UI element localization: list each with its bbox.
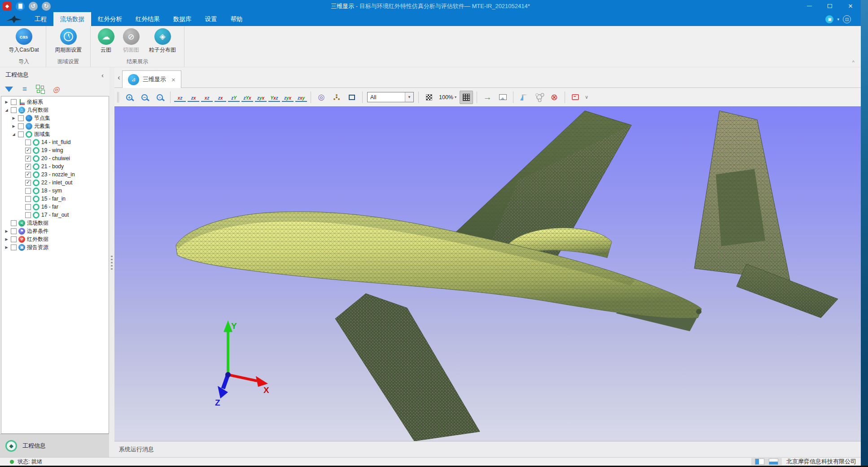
menu-item-3[interactable]: 红外分析	[91, 12, 129, 26]
tree-checkbox[interactable]	[25, 180, 31, 186]
tree-row[interactable]: 20 - chuiwei	[1, 154, 109, 162]
tree-row[interactable]: ≺流场数据	[1, 219, 109, 227]
tree-row[interactable]: ▶坐标系	[1, 98, 109, 106]
sidebar-footer[interactable]: ◆ 工程信息	[0, 434, 109, 457]
list-icon[interactable]: ≡	[20, 85, 29, 93]
tree-expander-icon[interactable]: ▶	[11, 124, 16, 128]
tree-checkbox[interactable]	[25, 212, 31, 218]
ribbon-button-cas[interactable]: cas导入Cas/Dat	[4, 28, 43, 54]
tree-checkbox[interactable]	[25, 204, 31, 210]
tree-checkbox[interactable]	[11, 220, 17, 226]
menu-item-5[interactable]: 数据库	[167, 12, 198, 26]
tree-expander-icon[interactable]: ▶	[4, 100, 9, 104]
redo-icon[interactable]: ↻	[42, 2, 51, 11]
tree-row[interactable]: 16 - far	[1, 203, 109, 211]
tree-expander-icon[interactable]: ◢	[4, 108, 9, 112]
ribbon-button-particle[interactable]: ◈粒子分布图	[144, 28, 181, 54]
zoom-level-control[interactable]: 100%▾	[438, 94, 458, 100]
tree-checkbox[interactable]	[25, 172, 31, 178]
view-bottom-button[interactable]: zYx	[241, 93, 253, 102]
snapshot-image-button[interactable]	[496, 91, 509, 104]
view-back-button[interactable]: zx	[188, 93, 199, 102]
tree-row[interactable]: 23 - nozzle_in	[1, 170, 109, 179]
tree-checkbox[interactable]	[25, 188, 31, 194]
sidebar-splitter[interactable]	[109, 67, 114, 457]
menu-item-7[interactable]: 帮助	[224, 12, 250, 26]
ribbon-button-clock[interactable]: 周期面设置	[49, 28, 88, 54]
export-arrow-button[interactable]: →	[481, 91, 494, 104]
system-message-bar[interactable]: 系统运行消息	[114, 441, 861, 457]
maximize-button[interactable]	[820, 0, 840, 12]
view-right-button[interactable]: zx	[215, 93, 226, 102]
minimize-button[interactable]	[799, 0, 820, 12]
view-iso2-button[interactable]: Yxz	[268, 93, 280, 102]
tree-expander-icon[interactable]: ▶	[4, 245, 9, 249]
menu-item-6[interactable]: 设置	[198, 12, 224, 26]
view-left-button[interactable]: xz	[201, 93, 213, 102]
view-iso3-button[interactable]: zyx	[282, 93, 294, 102]
mesh-grid-button[interactable]	[460, 91, 473, 104]
zoom-out-button[interactable]: −	[138, 91, 151, 104]
tree-row[interactable]: ◢面域集	[1, 130, 109, 138]
tree-expander-icon[interactable]: ▶	[11, 116, 16, 120]
tree-checkbox[interactable]	[11, 236, 17, 242]
dropdown-caret-icon[interactable]: ▾	[837, 17, 839, 22]
tree-row[interactable]: ▶⚑边界条件	[1, 227, 109, 235]
theme-icon[interactable]: ▣	[825, 15, 833, 23]
menu-item-1[interactable]: 工程	[28, 12, 53, 26]
mirror-flip-button[interactable]	[517, 91, 530, 104]
tree-row[interactable]: ▶⋯节点集	[1, 114, 109, 122]
panel-split-bottom-icon[interactable]	[769, 458, 778, 465]
app-icon[interactable]: ◆	[3, 2, 12, 11]
filter-icon[interactable]	[4, 85, 13, 93]
tree-checkbox[interactable]	[18, 131, 24, 137]
tab-scroll-left-icon[interactable]: ‹	[116, 74, 122, 82]
menu-item-2[interactable]: 流场数据	[53, 12, 91, 26]
panel-split-left-icon[interactable]	[755, 458, 764, 465]
tree-row[interactable]: ▶☢红外数据	[1, 235, 109, 243]
tree-expander-icon[interactable]: ◢	[11, 132, 16, 136]
tree-checkbox[interactable]	[18, 123, 24, 129]
tree-row[interactable]: ▶◌元素集	[1, 122, 109, 130]
tree-checkbox[interactable]	[11, 244, 17, 250]
menu-item-4[interactable]: 红外结果	[129, 12, 167, 26]
tree-row[interactable]: ◢△几何数据	[1, 106, 109, 114]
view-front-button[interactable]: xz	[174, 93, 186, 102]
tab-3d-view[interactable]: ⊿ 三维显示 ×	[122, 70, 181, 88]
undo-icon[interactable]: ↺	[29, 2, 38, 11]
ribbon-button-cloud[interactable]: ☁云图	[93, 28, 118, 54]
tree-checkbox[interactable]	[25, 164, 31, 170]
probe-camera-button[interactable]: ◎	[315, 91, 328, 104]
tree-expander-icon[interactable]: ▶	[4, 229, 9, 233]
toolbar-overflow-caret[interactable]: ∨	[585, 94, 588, 100]
tree-row[interactable]: 15 - far_in	[1, 195, 109, 203]
box-select-button[interactable]	[345, 91, 359, 104]
zoom-in-button[interactable]: +	[123, 91, 136, 104]
view-iso4-button[interactable]: zxy	[295, 93, 307, 102]
tree-row[interactable]: 18 - sym	[1, 187, 109, 195]
tree-row[interactable]: 14 - int_fluid	[1, 138, 109, 146]
transparency-pattern-button[interactable]	[422, 91, 436, 104]
tree-row[interactable]: 21 - body	[1, 162, 109, 170]
view-top-button[interactable]: zY	[228, 93, 240, 102]
target-icon[interactable]: ◎	[52, 85, 61, 93]
tree-checkbox[interactable]	[11, 228, 17, 234]
toolbar-drag-handle[interactable]	[117, 92, 119, 103]
tree-row[interactable]: 19 - wing	[1, 146, 109, 154]
tree-checkbox[interactable]	[25, 156, 31, 161]
zoom-fit-button[interactable]: ▫	[153, 91, 167, 104]
display-filter-select[interactable]: All▼	[367, 92, 414, 102]
tree-row[interactable]: ▶▣报告资源	[1, 243, 109, 251]
tree-row[interactable]: 22 - inlet_out	[1, 179, 109, 187]
close-button[interactable]: ×	[840, 0, 861, 12]
help-panel-icon[interactable]: ◫	[843, 15, 851, 23]
tab-close-icon[interactable]: ×	[171, 76, 175, 83]
combo-dropdown-arrow-icon[interactable]: ▼	[405, 92, 413, 102]
share-molecule-button[interactable]	[532, 91, 546, 104]
3d-viewport[interactable]: Y X Z	[114, 106, 861, 441]
grid-icon[interactable]	[36, 85, 45, 93]
scatter-points-button[interactable]	[330, 91, 343, 104]
ribbon-collapse-icon[interactable]: ^	[852, 60, 855, 65]
tree-checkbox[interactable]	[18, 115, 24, 121]
sidebar-collapse-icon[interactable]: ‹	[101, 71, 104, 79]
